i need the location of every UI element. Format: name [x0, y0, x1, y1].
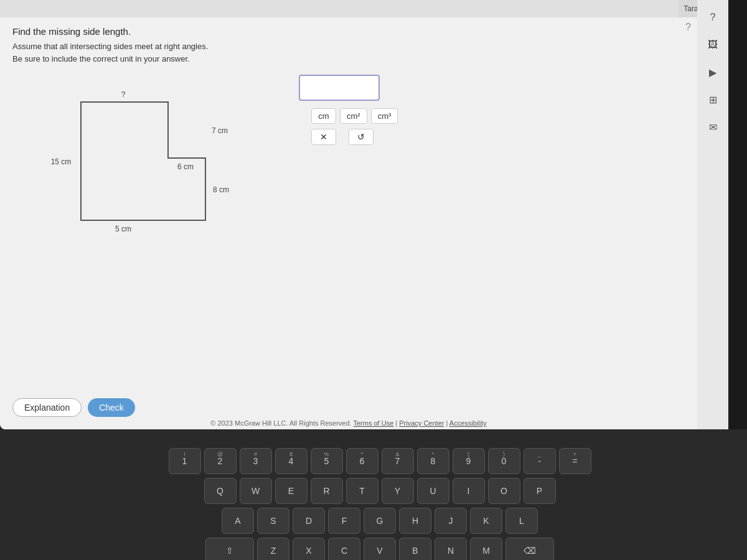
key-u[interactable]: U: [417, 478, 449, 504]
key-3[interactable]: #3: [240, 448, 272, 474]
key-g[interactable]: G: [364, 508, 396, 534]
answer-area: cm cm² cm³ ✕ ↺: [299, 75, 398, 145]
answer-input[interactable]: [299, 75, 380, 101]
key-z[interactable]: Z: [257, 538, 289, 560]
key-equals[interactable]: +=: [559, 448, 591, 474]
key-b[interactable]: B: [399, 538, 431, 560]
copyright-text: © 2023 McGraw Hill LLC. All Rights Reser…: [210, 419, 351, 427]
unit-buttons: cm cm² cm³ ✕ ↺: [311, 108, 398, 145]
key-i[interactable]: I: [453, 478, 485, 504]
keyboard-row-numbers: !1 @2 #3 $4 %5 ^6 &7 *8 (9 )0 _- +=: [19, 448, 741, 474]
terms-of-use-link[interactable]: Terms of Use: [354, 419, 394, 427]
accessibility-link[interactable]: Accessibility: [449, 419, 487, 427]
key-8[interactable]: *8: [417, 448, 449, 474]
undo-button[interactable]: ↺: [349, 129, 374, 145]
notch-width-label: 6 cm: [177, 162, 194, 171]
unit-row-top: cm cm² cm³: [311, 108, 398, 124]
cm2-unit-button[interactable]: cm²: [340, 108, 367, 124]
cm-unit-button[interactable]: cm: [311, 108, 336, 124]
key-minus[interactable]: _-: [524, 448, 556, 474]
instructions-line2: Be sure to include the correct unit in y…: [12, 54, 190, 63]
shape-path: [81, 102, 205, 220]
key-0[interactable]: )0: [488, 448, 520, 474]
cm3-unit-button[interactable]: cm³: [371, 108, 398, 124]
key-k[interactable]: K: [470, 508, 502, 534]
keyboard-area: !1 @2 #3 $4 %5 ^6 &7 *8 (9 )0 _- += Q W …: [0, 429, 747, 560]
grid-icon[interactable]: ⊞: [702, 88, 724, 111]
key-5[interactable]: %5: [311, 448, 343, 474]
right-sidebar: ? 🖼 ▶ ⊞ ✉: [697, 0, 728, 429]
instructions-line1: Assume that all intersecting sides meet …: [12, 42, 208, 51]
keyboard: !1 @2 #3 $4 %5 ^6 &7 *8 (9 )0 _- += Q W …: [12, 448, 747, 560]
key-t[interactable]: T: [346, 478, 378, 504]
key-l[interactable]: L: [505, 508, 538, 534]
explanation-button[interactable]: Explanation: [12, 398, 82, 417]
clear-button[interactable]: ✕: [311, 129, 336, 145]
key-x[interactable]: X: [293, 538, 325, 560]
key-9[interactable]: (9: [453, 448, 485, 474]
check-button[interactable]: Check: [88, 398, 135, 417]
mail-icon[interactable]: ✉: [702, 116, 724, 138]
left-side-label: 15 cm: [51, 157, 72, 166]
shape-svg: ? 7 cm 15 cm 6 cm 8 cm 5 cm: [31, 77, 293, 239]
main-content: Español Tara Elina ▾ Find the missing si…: [0, 0, 728, 429]
key-y[interactable]: Y: [382, 478, 414, 504]
right-segment-label: 7 cm: [212, 126, 228, 135]
key-e[interactable]: E: [275, 478, 308, 504]
key-d[interactable]: D: [293, 508, 325, 534]
problem-instructions: Assume that all intersecting sides meet …: [12, 40, 679, 65]
help-icon[interactable]: ?: [685, 22, 691, 33]
privacy-center-link[interactable]: Privacy Center: [399, 419, 444, 427]
play-icon[interactable]: ▶: [702, 61, 724, 83]
key-f[interactable]: F: [328, 508, 360, 534]
shape-area: ? 7 cm 15 cm 6 cm 8 cm 5 cm: [31, 77, 317, 239]
problem-title: Find the missing side length.: [12, 26, 679, 37]
key-4[interactable]: $4: [275, 448, 308, 474]
answer-input-row: [299, 75, 398, 101]
footer: © 2023 McGraw Hill LLC. All Rights Reser…: [0, 419, 697, 427]
question-icon[interactable]: ?: [702, 6, 724, 29]
key-7[interactable]: &7: [382, 448, 414, 474]
key-j[interactable]: J: [435, 508, 467, 534]
missing-side-label: ?: [121, 90, 126, 99]
keyboard-row-qwerty: Q W E R T Y U I O P: [19, 478, 741, 504]
keyboard-row-zxcv: ⇧ Z X C V B N M ⌫: [19, 538, 741, 560]
key-p[interactable]: P: [524, 478, 556, 504]
key-s[interactable]: S: [257, 508, 289, 534]
unit-row-bottom: ✕ ↺: [311, 129, 398, 145]
image-icon[interactable]: 🖼: [702, 34, 724, 56]
top-bar: Español: [0, 0, 728, 17]
key-shift-left[interactable]: ⇧: [205, 538, 254, 560]
key-v[interactable]: V: [364, 538, 396, 560]
notch-height-label: 8 cm: [213, 185, 229, 194]
key-backspace[interactable]: ⌫: [505, 538, 554, 560]
key-n[interactable]: N: [435, 538, 467, 560]
key-o[interactable]: O: [488, 478, 520, 504]
keyboard-row-asdf: A S D F G H J K L: [19, 508, 741, 534]
key-a[interactable]: A: [222, 508, 254, 534]
key-m[interactable]: M: [470, 538, 502, 560]
key-2[interactable]: @2: [204, 448, 237, 474]
bottom-segment-label: 5 cm: [115, 225, 131, 233]
key-w[interactable]: W: [240, 478, 272, 504]
key-1[interactable]: !1: [169, 448, 201, 474]
bottom-buttons: Explanation Check: [12, 398, 135, 417]
key-c[interactable]: C: [328, 538, 360, 560]
key-6[interactable]: ^6: [346, 448, 378, 474]
key-h[interactable]: H: [399, 508, 431, 534]
key-r[interactable]: R: [311, 478, 343, 504]
key-q[interactable]: Q: [204, 478, 237, 504]
